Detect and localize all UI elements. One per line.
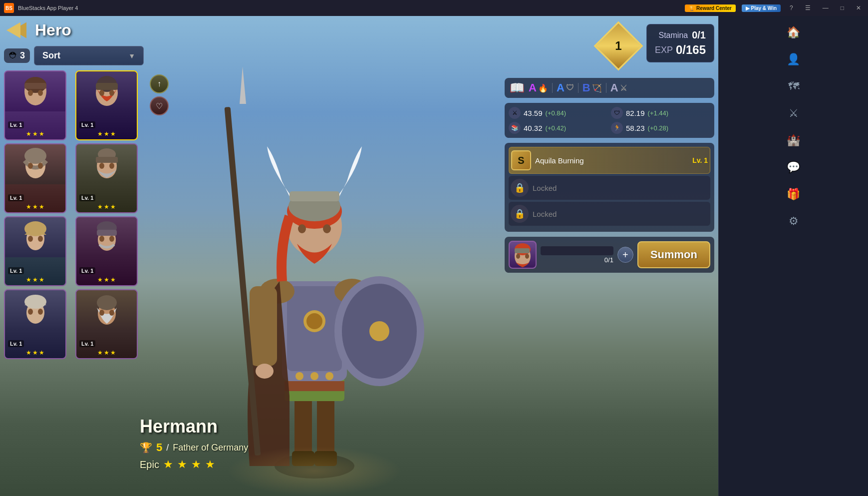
svg-point-38 [38, 90, 43, 96]
close-btn[interactable]: ✕ [853, 3, 864, 12]
stat-attack: ⚔ 43.59 (+0.84) [509, 107, 608, 119]
svg-point-61 [109, 236, 114, 242]
hero-portrait-7 [5, 290, 65, 330]
help-btn[interactable]: ? [787, 3, 796, 12]
rank-number: 5 [156, 441, 162, 454]
hero-level-7: Lv. 1 [8, 340, 24, 347]
svg-point-13 [256, 364, 274, 379]
hero-level-2: Lv. 1 [79, 121, 95, 128]
hero-portrait-8 [76, 290, 137, 330]
rating-icon-3: 🏹 [592, 83, 602, 93]
svg-point-26 [369, 321, 389, 341]
hero-portrait-5 [5, 217, 65, 257]
intelligence-value: 40.32 [524, 124, 543, 132]
skill-item-locked-2: 🔒 Locked [509, 202, 710, 226]
svg-point-31 [325, 372, 333, 380]
svg-rect-22 [225, 107, 261, 456]
svg-point-37 [28, 90, 33, 96]
minimize-btn[interactable]: — [820, 3, 832, 12]
hero-card[interactable]: Lv. 1 ★★★ [4, 216, 66, 286]
profile-icon: 👤 [787, 53, 800, 66]
title-bar: BS BlueStacks App Player 4 🏆 Reward Cent… [0, 0, 868, 16]
hero-level-6: Lv. 1 [79, 267, 95, 274]
favorite-button[interactable]: ♡ [150, 96, 169, 115]
hero-face-svg-8 [92, 293, 122, 328]
hero-card[interactable]: Lv. 1 ★★★ [4, 70, 66, 140]
hero-stars-3: ★★★ [5, 203, 65, 210]
hero-face-svg-4 [92, 147, 122, 182]
sort-button[interactable]: Sort ▼ [34, 46, 144, 65]
exp-label: EXP [655, 45, 673, 55]
rating-item-1: A 🔥 [529, 81, 548, 94]
svg-point-67 [97, 295, 117, 310]
svg-point-47 [38, 163, 43, 169]
svg-point-74 [525, 254, 529, 259]
hero-grid: Lv. 1 ★★★ [4, 70, 144, 359]
skill-ratings: 📖 A 🔥 A 🛡 B 🏹 A ⚔ [505, 78, 714, 98]
rarity-label: Epic [140, 459, 159, 471]
exp-value: 0/165 [676, 43, 706, 57]
chat-icon: 💬 [787, 161, 800, 174]
stat-defense: 🛡 82.19 (+1.44) [611, 107, 710, 119]
svg-point-29 [295, 372, 303, 380]
defense-value: 82.19 [626, 109, 645, 117]
svg-point-68 [99, 310, 104, 316]
svg-rect-59 [97, 230, 117, 236]
menu-btn[interactable]: ☰ [802, 3, 814, 12]
sidebar-icon-map[interactable]: 🗺 [781, 74, 806, 99]
reward-center-btn[interactable]: 🏆 Reward Center [685, 4, 735, 12]
svg-rect-11 [250, 286, 277, 366]
settings-icon: ⚙ [789, 215, 799, 228]
sidebar-icon-home[interactable]: 🏠 [781, 20, 806, 45]
rating-icon-4: ⚔ [620, 83, 627, 93]
hero-card[interactable]: Lv. 1 ★★★ [4, 289, 66, 359]
summon-button[interactable]: Summon [637, 241, 710, 268]
rank-title: Father of Germany [173, 443, 248, 453]
skill-item-active[interactable]: S Aquila Burning Lv. 1 [509, 147, 710, 174]
sidebar-icon-chat[interactable]: 💬 [781, 155, 806, 180]
hero-portrait-3 [5, 144, 65, 184]
summon-plus-button[interactable]: + [617, 247, 633, 263]
svg-rect-50 [96, 157, 118, 163]
hero-card[interactable]: Lv. 1 ★★★ [75, 143, 138, 213]
svg-point-56 [38, 236, 43, 242]
sidebar-icon-castle[interactable]: 🏰 [781, 128, 806, 153]
stamina-label: Stamina [658, 31, 688, 40]
svg-rect-72 [515, 248, 530, 253]
hero-card-selected[interactable]: Lv. 1 ★★★ [75, 70, 138, 140]
hero-stars-8: ★★★ [76, 349, 137, 356]
svg-point-65 [38, 309, 43, 315]
rating-icon-2: 🛡 [566, 83, 574, 92]
hero-card[interactable]: Lv. 1 ★★★ [4, 143, 66, 213]
hero-stars-6: ★★★ [76, 276, 137, 283]
play-win-btn[interactable]: ▶ Play & Win [742, 4, 781, 12]
castle-icon: 🏰 [787, 134, 800, 147]
rank-icon: 🏆 [140, 442, 152, 454]
sidebar-icon-profile[interactable]: 👤 [781, 47, 806, 72]
rating-letter-1: A [529, 81, 537, 94]
hero-face-svg-3 [20, 147, 50, 182]
hero-level-4: Lv. 1 [79, 194, 95, 201]
combat-stats: ⚔ 43.59 (+0.84) 🛡 82.19 (+1.44) 📚 40.32 … [505, 103, 714, 138]
stat-intelligence: 📚 40.32 (+0.42) [509, 122, 608, 134]
speed-value: 58.23 [626, 124, 645, 132]
svg-point-30 [310, 372, 318, 380]
sidebar-icon-settings[interactable]: ⚙ [781, 209, 806, 234]
skill-name-1: Aquila Burning [535, 156, 688, 165]
hero-card[interactable]: Lv. 1 ★★★ [75, 289, 138, 359]
hero-card[interactable]: Lv. 1 ★★★ [75, 216, 138, 286]
sidebar-icon-battle[interactable]: ⚔ [781, 101, 806, 126]
svg-point-41 [99, 90, 104, 96]
maximize-btn[interactable]: □ [838, 3, 847, 12]
back-button[interactable] [4, 20, 29, 40]
share-button[interactable]: ↑ [150, 74, 169, 93]
summon-count: 0/1 [541, 256, 613, 264]
rating-item-4: A ⚔ [610, 81, 627, 94]
hero-name: Hermann [140, 416, 339, 437]
svg-point-73 [516, 254, 520, 259]
hero-stars-7: ★★★ [5, 349, 65, 356]
hero-level-1: Lv. 1 [8, 121, 24, 128]
summon-area: 0/1 + Summon [505, 237, 714, 273]
sidebar-icon-rewards[interactable]: 🎁 [781, 182, 806, 207]
title-bar-right: 🏆 Reward Center ▶ Play & Win ? ☰ — □ ✕ [685, 3, 864, 12]
